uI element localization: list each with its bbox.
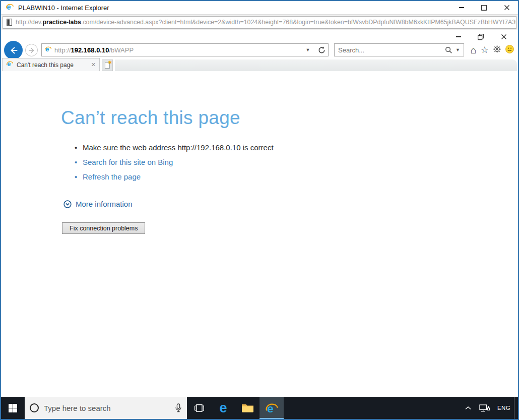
address-protocol: http:// xyxy=(54,46,71,54)
taskbar: e e ENG xyxy=(1,397,518,419)
task-view-icon xyxy=(193,403,205,413)
network-ethernet-icon xyxy=(479,403,490,413)
browser-search-input[interactable] xyxy=(338,46,442,54)
circled-chevron-down-icon xyxy=(63,200,72,208)
microphone-icon[interactable] xyxy=(175,403,182,413)
address-bar[interactable]: e http://192.168.0.10/bWAPP ▼ xyxy=(41,43,329,56)
fix-connection-problems-button[interactable]: Fix connection problems xyxy=(62,222,145,234)
favorites-star-icon[interactable]: ☆ xyxy=(481,45,489,54)
error-suggestion-list: Make sure the web address http://192.168… xyxy=(72,143,274,187)
windows-logo-icon xyxy=(9,404,17,412)
outer-titlebar: e PLABWIN10 - Internet Explorer xyxy=(1,1,518,14)
task-view-button[interactable] xyxy=(187,397,211,419)
forward-button[interactable] xyxy=(25,44,38,56)
suggestion-check-address: Make sure the web address http://192.168… xyxy=(72,143,274,152)
svg-text:e: e xyxy=(45,45,49,53)
tab-favicon-ie-icon: e xyxy=(44,45,52,54)
taskbar-edge-button[interactable]: e xyxy=(211,397,235,419)
taskbar-search-input[interactable] xyxy=(44,404,170,412)
file-explorer-folder-icon xyxy=(241,403,254,413)
outer-window-controls xyxy=(450,1,518,14)
back-arrow-icon xyxy=(9,45,19,55)
taskbar-file-explorer-button[interactable] xyxy=(235,397,260,419)
show-hidden-icons-button[interactable] xyxy=(461,397,475,419)
address-path: /bWAPP xyxy=(109,46,134,54)
outer-address-bar[interactable]: http://dev.practice-labs.com/device-adva… xyxy=(3,16,516,29)
svg-text:e: e xyxy=(7,60,11,68)
sparkle-icon: ✱ xyxy=(108,60,112,65)
system-tray: ENG xyxy=(461,397,518,419)
restore-icon xyxy=(478,34,484,40)
back-button[interactable] xyxy=(4,41,23,59)
url-prefix: http://dev. xyxy=(16,19,43,26)
settings-gear-icon[interactable] xyxy=(493,45,501,55)
outer-url-text: http://dev.practice-labs.com/device-adva… xyxy=(16,19,516,26)
command-strip xyxy=(115,59,517,71)
inner-window-controls xyxy=(447,30,515,43)
outer-maximize-button[interactable] xyxy=(473,1,495,14)
url-suffix: .com/device-advanced.aspx?client=html&de… xyxy=(81,19,516,26)
url-domain: practice-labs xyxy=(43,19,81,26)
outer-minimize-button[interactable] xyxy=(450,1,473,14)
search-dropdown-button[interactable]: ▼ xyxy=(456,47,460,52)
new-tab-button[interactable]: ✱ xyxy=(102,59,113,71)
refresh-button[interactable] xyxy=(315,44,328,56)
feedback-smiley-icon[interactable] xyxy=(505,45,514,55)
edge-icon: e xyxy=(219,401,227,415)
outer-close-button[interactable] xyxy=(495,1,518,14)
browser-toolbar-icons: ⌂ ☆ xyxy=(471,43,514,56)
taskbar-internet-explorer-button[interactable]: e xyxy=(260,397,284,419)
language-indicator[interactable]: ENG xyxy=(494,397,514,419)
ie-logo-icon: e xyxy=(6,3,14,13)
inner-restore-button[interactable] xyxy=(470,30,492,43)
language-label: ENG xyxy=(497,405,510,411)
minimize-icon xyxy=(456,36,461,37)
close-icon xyxy=(501,34,507,40)
tab-favicon-ie-icon: e xyxy=(6,60,14,70)
tab-cant-reach[interactable]: e Can't reach this page ✕ xyxy=(2,58,100,71)
internet-explorer-icon: e xyxy=(265,401,279,415)
start-button[interactable] xyxy=(1,397,25,419)
outer-address-strip: http://dev.practice-labs.com/device-adva… xyxy=(1,14,518,30)
link-search-bing[interactable]: Search for this site on Bing xyxy=(72,158,274,166)
new-tab-icon: ✱ xyxy=(105,62,110,69)
browser-search-box: ▼ xyxy=(334,43,464,56)
inner-ie-window: e http://192.168.0.10/bWAPP ▼ ▼ ⌂ ☆ xyxy=(1,30,518,397)
home-icon[interactable]: ⌂ xyxy=(471,45,477,55)
more-information-label: More information xyxy=(76,200,133,208)
forward-arrow-icon xyxy=(28,46,36,54)
show-desktop-button[interactable] xyxy=(514,397,516,419)
page-file-icon xyxy=(7,19,12,26)
taskbar-search-box[interactable] xyxy=(25,397,187,419)
chevron-up-icon xyxy=(465,405,472,410)
inner-close-button[interactable] xyxy=(492,30,515,43)
address-url: http://192.168.0.10/bWAPP xyxy=(54,46,134,54)
link-refresh-page[interactable]: Refresh the page xyxy=(72,172,274,181)
tab-title: Can't reach this page xyxy=(17,62,88,69)
cortana-icon xyxy=(30,403,39,412)
close-icon xyxy=(504,5,510,11)
maximize-icon xyxy=(481,5,487,11)
network-status-button[interactable] xyxy=(475,397,494,419)
refresh-icon xyxy=(318,46,326,54)
outer-window-title: PLABWIN10 - Internet Explorer xyxy=(18,4,109,12)
address-host: 192.168.0.10 xyxy=(71,46,109,54)
outer-ie-window: e PLABWIN10 - Internet Explorer http://d… xyxy=(0,0,519,420)
tab-close-icon[interactable]: ✕ xyxy=(91,62,96,68)
search-icon[interactable] xyxy=(445,46,452,54)
tab-row: e Can't reach this page ✕ ✱ xyxy=(2,58,517,71)
minimize-icon xyxy=(459,7,464,8)
error-page-title: Can’t reach this page xyxy=(61,107,240,129)
inner-minimize-button[interactable] xyxy=(447,30,470,43)
address-dropdown-button[interactable]: ▼ xyxy=(303,47,312,52)
more-information-toggle[interactable]: More information xyxy=(63,200,133,208)
